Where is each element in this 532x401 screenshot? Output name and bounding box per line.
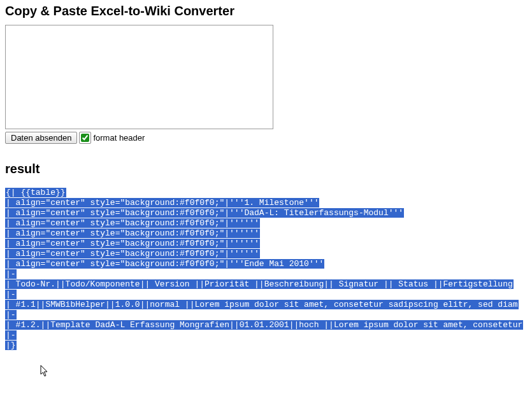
result-line: | align="center" style="background:#f0f0… — [5, 218, 527, 229]
result-line-text: | align="center" style="background:#f0f0… — [5, 208, 404, 218]
result-line: |- — [5, 330, 527, 341]
submit-button[interactable]: Daten absenden — [5, 132, 77, 144]
format-header-label[interactable]: format header — [93, 133, 145, 143]
format-header-checkbox[interactable] — [81, 134, 89, 142]
result-line-text: | align="center" style="background:#f0f0… — [5, 259, 324, 269]
result-line-text: | align="center" style="background:#f0f0… — [5, 239, 260, 248]
result-line-text: |- — [5, 290, 17, 299]
result-line: | align="center" style="background:#f0f0… — [5, 239, 527, 249]
page-title: Copy & Paste Excel-to-Wiki Converter — [5, 4, 527, 18]
result-line-text: |} — [5, 341, 17, 350]
result-line: |} — [5, 341, 527, 351]
result-line: | #1.1||SMWBibHelper||1.0.0||normal ||Lo… — [5, 300, 527, 310]
result-line-text: | align="center" style="background:#f0f0… — [5, 218, 260, 228]
result-line-text: | Todo-Nr.||Todo/Komponente|| Version ||… — [5, 279, 514, 289]
result-line: | align="center" style="background:#f0f0… — [5, 249, 527, 259]
controls-row: Daten absenden format header — [5, 132, 527, 144]
result-line: | align="center" style="background:#f0f0… — [5, 198, 527, 208]
result-line: | #1.2.||Template DadA-L Erfassung Mongr… — [5, 320, 527, 330]
result-line-text: {| {{table}} — [5, 188, 66, 197]
result-line-text: |- — [5, 310, 17, 320]
result-line: {| {{table}} — [5, 188, 527, 198]
excel-input-textarea[interactable] — [5, 25, 273, 129]
result-line-text: | #1.1||SMWBibHelper||1.0.0||normal ||Lo… — [5, 300, 519, 309]
result-line: | align="center" style="background:#f0f0… — [5, 229, 527, 239]
result-line-text: | align="center" style="background:#f0f0… — [5, 249, 260, 258]
result-line-text: |- — [5, 330, 17, 340]
result-line-text: |- — [5, 269, 17, 279]
result-line: | Todo-Nr.||Todo/Komponente|| Version ||… — [5, 279, 527, 290]
result-line-text: | #1.2.||Template DadA-L Erfassung Mongr… — [5, 320, 523, 330]
result-line: |- — [5, 269, 527, 279]
result-heading: result — [5, 162, 527, 176]
result-line: | align="center" style="background:#f0f0… — [5, 259, 527, 269]
result-line: |- — [5, 290, 527, 300]
format-header-checkbox-wrap[interactable] — [79, 132, 91, 144]
result-line: |- — [5, 310, 527, 320]
result-line-text: | align="center" style="background:#f0f0… — [5, 198, 319, 208]
result-line: | align="center" style="background:#f0f0… — [5, 208, 527, 218]
result-output[interactable]: {| {{table}}| align="center" style="back… — [5, 188, 527, 351]
result-line-text: | align="center" style="background:#f0f0… — [5, 229, 260, 238]
